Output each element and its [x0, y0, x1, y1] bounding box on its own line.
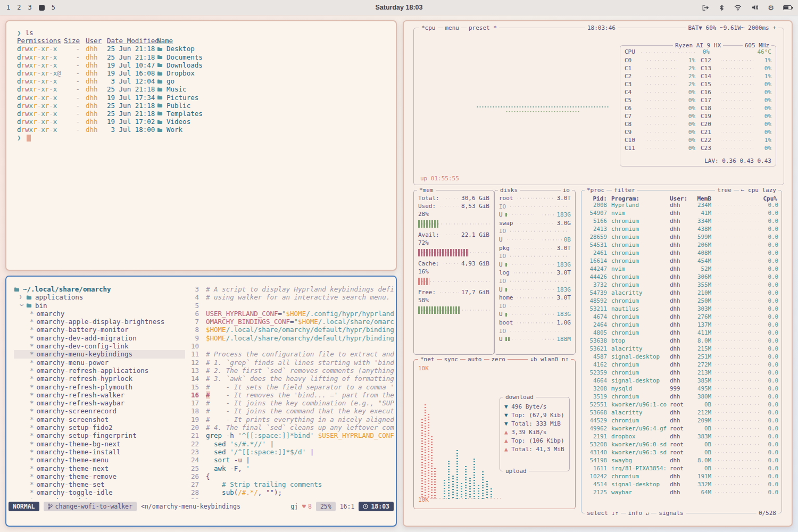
proc-chip-tree[interactable]: tree — [715, 186, 734, 194]
proc-row-54198[interactable]: 54198swaybgdhh8.0M0.0 — [585, 456, 778, 464]
battery-icon[interactable] — [783, 3, 792, 12]
proc-footer-info[interactable]: info ↵ — [626, 509, 652, 517]
proc-footer-select[interactable]: select ↓↑ — [585, 509, 621, 517]
header-memb[interactable]: MemB — [690, 195, 711, 199]
tree-item-omarchy-dev-config-link[interactable]: *omarchy-dev-config-link — [14, 342, 185, 350]
proc-row-52359[interactable]: 52359chromiumdhh213M0.0 — [585, 369, 778, 377]
tree-item-omarchy-toggle-idle[interactable]: *omarchy-toggle-idle — [14, 488, 185, 496]
tree-item-omarchy-refresh-applications[interactable]: *omarchy-refresh-applications — [14, 367, 185, 375]
proc-row-4805[interactable]: 4805chromiumdhh411M0.0 — [585, 329, 778, 337]
mem-box-title[interactable]: *mem — [417, 186, 436, 194]
net-chip-auto[interactable]: auto — [466, 355, 484, 363]
preset-button[interactable]: preset * — [467, 24, 499, 32]
tree-item-omarchy-menu-keybindings[interactable]: *omarchy-menu-keybindings — [14, 350, 185, 358]
proc-row-16614[interactable]: 16614chromiumdhh454M0.0 — [585, 257, 778, 265]
header-proc-user[interactable]: User: — [670, 195, 690, 199]
tree-item-omarchy-screenshot[interactable]: *omarchy-screenshot — [14, 415, 185, 423]
logout-icon[interactable] — [701, 3, 709, 12]
workspace-3[interactable]: 3 — [28, 4, 31, 11]
net-chip-sync[interactable]: sync — [442, 355, 461, 363]
volume-icon[interactable] — [750, 3, 759, 12]
proc-row-2191[interactable]: 2191dropboxdhh383M0.0 — [585, 433, 778, 440]
proc-row-52551[interactable]: 52551kworker/u96:1-coroot0B0.0 — [585, 401, 778, 409]
proc-row-3732[interactable]: 3732chromiumdhh355M0.0 — [585, 281, 778, 289]
tree-item-omarchy-setup-fido2[interactable]: *omarchy-setup-fido2 — [14, 423, 185, 431]
proc-row-1611[interactable]: 1611irq/81-PIXA3854:root0B0.0 — [585, 464, 778, 472]
proc-row-48592[interactable]: 48592chromiumdhh250M0.0 — [585, 297, 778, 305]
workspace-4[interactable] — [39, 5, 45, 11]
shell-prompt[interactable]: ❯ — [17, 134, 392, 142]
workspace-5[interactable]: 5 — [52, 4, 55, 11]
proc-row-4664[interactable]: 4664signal-desktopdhh385M0.0 — [585, 377, 778, 385]
tree-item-omarchy-refresh-hyprlock[interactable]: *omarchy-refresh-hyprlock — [14, 375, 185, 383]
header-cpu-pct[interactable]: Cpu% — [711, 195, 777, 199]
tree-item-omarchy-theme-remove[interactable]: *omarchy-theme-remove — [14, 472, 185, 480]
tree-item-omarchy-apple-display-brightness[interactable]: *omarchy-apple-display-brightness — [14, 318, 185, 326]
proc-row-44426[interactable]: 44426chromiumdhh306M0.0 — [585, 273, 778, 281]
cpu-box-title[interactable]: *cpu — [419, 24, 438, 32]
proc-row-10242[interactable]: 10242chromiumdhh191M0.0 — [585, 472, 778, 480]
tree-item-omarchy-refresh-plymouth[interactable]: *omarchy-refresh-plymouth — [14, 383, 185, 391]
proc-row-2464[interactable]: 2464chromiumdhh137M0.0 — [585, 321, 778, 329]
proc-footer-signals[interactable]: signals — [656, 509, 685, 517]
proc-row-2413[interactable]: 2413chromiumdhh438M0.0 — [585, 225, 778, 233]
tree-dir-applications[interactable]: ❯applications — [14, 293, 185, 301]
proc-row-54531[interactable]: 54531chromiumdhh206M0.0 — [585, 241, 778, 249]
proc-chip-proc[interactable]: *proc — [585, 186, 606, 194]
gear-icon[interactable]: ⚙ — [767, 3, 775, 12]
proc-row-54739[interactable]: 54739alacrittydhh210M0.0 — [585, 289, 778, 297]
proc-row-49962[interactable]: 49962kworker/u96:4-gfroot0B0.0 — [585, 425, 778, 433]
net-chip-net[interactable]: *net — [418, 355, 437, 363]
proc-row-4514[interactable]: 4514signal-desktopdhh332M0.0 — [585, 480, 778, 488]
tree-item-omarchy-battery-monitor[interactable]: *omarchy-battery-monitor — [14, 326, 185, 334]
tree-dir-bin[interactable]: ❯bin — [14, 302, 185, 310]
proc-row-53638[interactable]: 53638btopdhh8.0M0.0 — [585, 337, 778, 345]
proc-row-53211[interactable]: 53211nautilusdhh303M0.0 — [585, 305, 778, 313]
tree-item-omarchy-setup-fingerprint[interactable]: *omarchy-setup-fingerprint — [14, 431, 185, 439]
header-pid[interactable]: Pid: — [585, 195, 607, 199]
net-interface[interactable]: ↓b wlan0 n↑ — [528, 355, 571, 363]
tree-item-omarchy-dev-add-migration[interactable]: *omarchy-dev-add-migration — [14, 334, 185, 342]
tree-item-omarchy-theme-set[interactable]: *omarchy-theme-set — [14, 480, 185, 488]
proc-row-4587[interactable]: 4587signal-desktopdhh251M0.0 — [585, 353, 778, 361]
proc-chip-cpulazy[interactable]: ← cpu lazy — [739, 186, 778, 194]
proc-row-53668[interactable]: 53668alacrittydhh212M0.0 — [585, 409, 778, 417]
tree-item-omarchy-refresh-walker[interactable]: *omarchy-refresh-walker — [14, 391, 185, 399]
proc-row-3519[interactable]: 3519chromiumdhh380M0.0 — [585, 393, 778, 401]
proc-row-43140[interactable]: 43140kworker/u96:3-sdroot0B0.0 — [585, 448, 778, 456]
menu-button[interactable]: menu — [443, 24, 462, 32]
proc-row-5166[interactable]: 5166chromiumdhh334M0.0 — [585, 217, 778, 225]
proc-row-53208[interactable]: 53208kworker/u96:0-sdroot0B0.0 — [585, 440, 778, 448]
proc-row-28659[interactable]: 28659chromiumdhh599M0.0 — [585, 233, 778, 241]
proc-row-44247[interactable]: 44247nvimdhh52M0.0 — [585, 265, 778, 273]
tree-item-omarchy-theme-menu[interactable]: *omarchy-theme-menu — [14, 456, 185, 464]
header-program[interactable]: Program: — [607, 195, 670, 199]
proc-row-53621[interactable]: 53621alacrittydhh215M0.0 — [585, 345, 778, 353]
wifi-icon[interactable] — [734, 3, 742, 12]
workspace-2[interactable]: 2 — [17, 4, 21, 11]
tree-item-omarchy-screenrecord[interactable]: *omarchy-screenrecord — [14, 407, 185, 415]
disks-box-title[interactable]: disks — [498, 186, 520, 194]
proc-row-4162[interactable]: 4162chromiumdhh272M0.0 — [585, 361, 778, 369]
bluetooth-icon[interactable] — [717, 3, 726, 12]
workspace-1[interactable]: 1 — [6, 4, 10, 11]
tree-item-omarchy[interactable]: *omarchy — [14, 310, 185, 318]
proc-row-3208[interactable]: 3208mysqld999495M0.0 — [585, 385, 778, 393]
net-chip-zero[interactable]: zero — [489, 355, 508, 363]
tree-item-omarchy-theme-next[interactable]: *omarchy-theme-next — [14, 464, 185, 472]
proc-row-4674[interactable]: 4674chromiumdhh276M0.0 — [585, 313, 778, 321]
date-value: 25 Jun 21:18 — [102, 53, 157, 61]
proc-row-2125[interactable]: 2125waybardhh64M0.0 — [585, 488, 778, 495]
proc-row-44529[interactable]: 44529chromiumdhh209M0.0 — [585, 417, 778, 425]
tree-item-omarchy-update[interactable]: *omarchy-update — [14, 497, 185, 499]
tree-item-omarchy-theme-install[interactable]: *omarchy-theme-install — [14, 448, 185, 456]
io-mode-button[interactable]: io — [561, 186, 572, 194]
tree-root[interactable]: ~/.local/share/omarchy — [14, 285, 185, 293]
tree-item-omarchy-theme-bg-next[interactable]: *omarchy-theme-bg-next — [14, 440, 185, 448]
proc-row-2008[interactable]: 2008Hyprlanddhh234M0.0 — [585, 201, 778, 209]
proc-chip-filter[interactable]: filter — [612, 186, 637, 194]
tree-item-omarchy-refresh-waybar[interactable]: *omarchy-refresh-waybar — [14, 399, 185, 407]
tree-item-omarchy-menu-power[interactable]: *omarchy-menu-power — [14, 359, 185, 367]
proc-row-54907[interactable]: 54907nvimdhh41M0.0 — [585, 209, 778, 217]
proc-row-2461[interactable]: 2461chromiumdhh408M0.0 — [585, 249, 778, 257]
